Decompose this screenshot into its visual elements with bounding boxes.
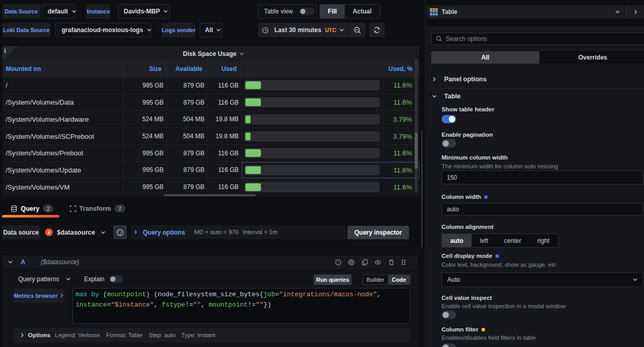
svg-text:?: ?: [119, 230, 122, 235]
svg-text:?: ?: [337, 260, 339, 265]
